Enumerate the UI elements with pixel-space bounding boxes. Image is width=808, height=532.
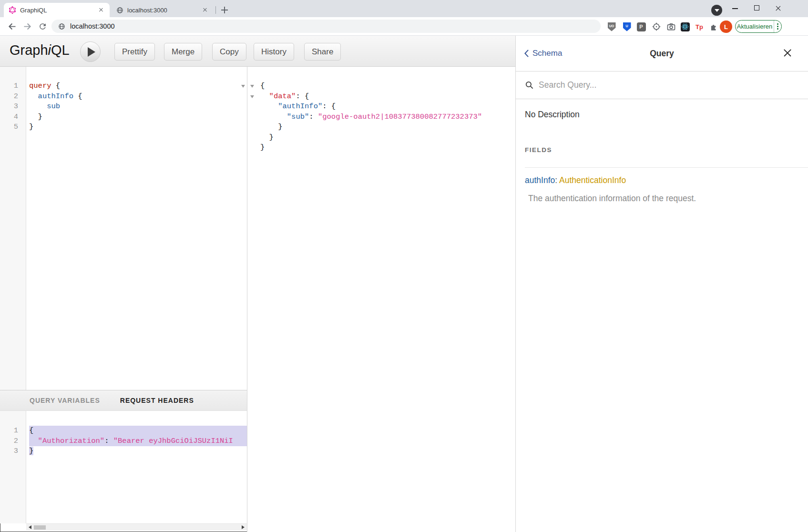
response-viewer[interactable]: { "data": { "authInfo": { "sub": "google… xyxy=(247,67,515,532)
update-browser-button[interactable]: Aktualisieren xyxy=(735,20,782,33)
doc-explorer-body: No Description FIELDS authInfo: Authenti… xyxy=(516,99,808,204)
editor-footer-tabs: QUERY VARIABLES REQUEST HEADERS xyxy=(0,390,247,411)
ublock-extension-icon[interactable]: UO xyxy=(606,21,617,32)
horizontal-scrollbar[interactable] xyxy=(26,523,247,531)
scroll-right-icon[interactable] xyxy=(242,525,245,529)
type-description: No Description xyxy=(525,110,808,120)
doc-search-row xyxy=(516,72,808,99)
tab-separator xyxy=(215,6,216,14)
tab-request-headers[interactable]: REQUEST HEADERS xyxy=(120,397,194,404)
address-bar[interactable]: localhost:3000 xyxy=(51,20,601,33)
browser-toolbar: localhost:3000 UO U P xyxy=(0,17,808,36)
history-button[interactable]: History xyxy=(254,43,294,61)
fold-arrow-icon[interactable] xyxy=(250,85,254,88)
tab-query-variables[interactable]: QUERY VARIABLES xyxy=(30,397,100,404)
profile-avatar[interactable]: L xyxy=(720,20,732,33)
globe-icon xyxy=(58,23,65,30)
tab-close-icon[interactable] xyxy=(97,6,105,14)
query-editor-gutter: 12345 xyxy=(0,67,26,390)
tab-search-button[interactable] xyxy=(711,5,722,16)
doc-explorer-header: Schema Query xyxy=(516,36,808,72)
tab-title: GraphiQL xyxy=(20,7,93,14)
play-icon xyxy=(88,47,95,57)
query-editor[interactable]: 12345 query { authInfo { sub }} xyxy=(0,67,247,390)
tab-title: localhost:3000 xyxy=(127,7,197,14)
react-devtools-extension-icon[interactable] xyxy=(679,21,691,32)
scrollbar-thumb[interactable] xyxy=(34,525,46,530)
p-extension-icon[interactable]: P xyxy=(635,21,647,32)
browser-window: GraphiQL localhost:3000 xyxy=(0,0,808,532)
reload-button[interactable] xyxy=(35,19,50,33)
window-close-button[interactable] xyxy=(767,0,788,16)
fold-arrow-icon[interactable] xyxy=(250,95,254,98)
extensions-puzzle-icon[interactable] xyxy=(708,21,719,32)
chevron-left-icon xyxy=(524,50,529,57)
field-type-link[interactable]: AuthenticationInfo xyxy=(559,175,626,185)
graphiql-logo: GraphiQL xyxy=(10,42,70,58)
field-description: The authentication information of the re… xyxy=(525,194,808,204)
forward-button[interactable] xyxy=(20,19,34,33)
doc-close-icon[interactable] xyxy=(782,48,793,58)
graphql-favicon-icon xyxy=(9,6,16,14)
fields-heading: FIELDS xyxy=(525,146,808,153)
doc-back-link[interactable]: Schema xyxy=(524,49,562,58)
query-editor-code[interactable]: query { authInfo { sub }} xyxy=(27,67,247,390)
tp-extension-icon[interactable]: Tp xyxy=(694,21,705,32)
response-code: { "data": { "authInfo": { "sub": "google… xyxy=(260,67,515,153)
picker-extension-icon[interactable] xyxy=(651,21,662,32)
fields-section: FIELDS xyxy=(525,146,808,168)
url-text: localhost:3000 xyxy=(70,22,115,30)
window-minimize-button[interactable] xyxy=(725,0,746,16)
tab-graphiql[interactable]: GraphiQL xyxy=(4,3,110,17)
screenshot-extension-icon[interactable] xyxy=(665,21,677,32)
field-row: authInfo: AuthenticationInfo xyxy=(525,175,808,185)
field-name-link[interactable]: authInfo xyxy=(525,175,555,185)
window-maximize-button[interactable] xyxy=(746,0,767,16)
merge-button[interactable]: Merge xyxy=(164,43,202,61)
new-tab-button[interactable] xyxy=(218,4,231,16)
search-icon xyxy=(525,81,534,90)
scroll-left-icon[interactable] xyxy=(29,525,31,529)
doc-search-input[interactable] xyxy=(539,80,739,90)
headers-editor-code[interactable]: { "Authorization": "Bearer eyJhbGciOiJSU… xyxy=(27,411,247,523)
tab-close-icon[interactable] xyxy=(201,6,209,14)
request-headers-editor[interactable]: 123 { "Authorization": "Bearer eyJhbGciO… xyxy=(0,411,247,523)
share-button[interactable]: Share xyxy=(304,43,341,61)
copy-button[interactable]: Copy xyxy=(212,43,246,61)
back-button[interactable] xyxy=(5,19,19,33)
globe-icon xyxy=(116,7,123,14)
headers-editor-gutter: 123 xyxy=(0,411,26,523)
chip-menu-dots-icon[interactable] xyxy=(774,20,781,32)
execute-query-button[interactable] xyxy=(80,41,101,62)
doc-explorer: Schema Query No Description FIELDS authI… xyxy=(515,36,808,532)
tab-localhost[interactable]: localhost:3000 xyxy=(112,3,214,17)
tab-strip: GraphiQL localhost:3000 xyxy=(0,0,808,17)
bitwarden-extension-icon[interactable]: U xyxy=(621,21,633,32)
prettify-button[interactable]: Prettify xyxy=(114,43,155,61)
